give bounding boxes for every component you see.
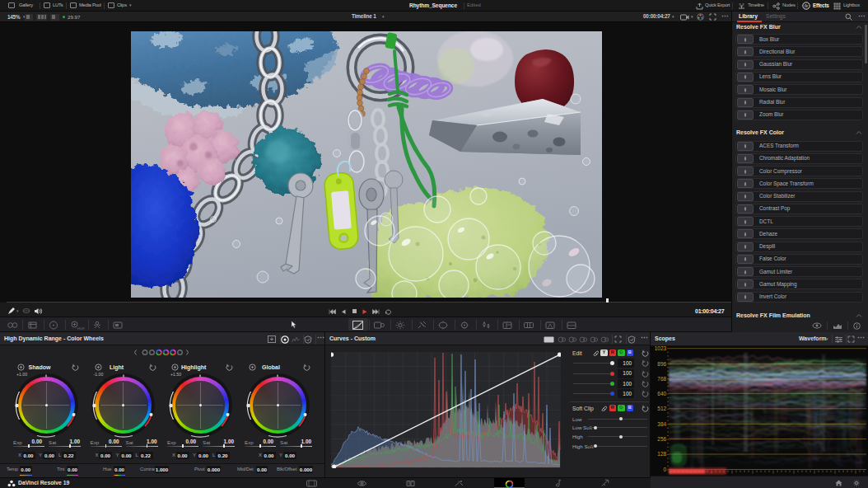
svg-text:896: 896: [657, 361, 666, 367]
svg-text:512: 512: [657, 406, 666, 411]
svg-text:1023: 1023: [655, 346, 667, 351]
svg-text:128: 128: [657, 451, 666, 457]
svg-text:HDR: HDR: [77, 326, 85, 330]
svg-text:384: 384: [657, 421, 666, 427]
svg-text:0: 0: [663, 467, 666, 472]
svg-text:768: 768: [657, 376, 666, 382]
svg-text:640: 640: [657, 391, 666, 396]
svg-text:256: 256: [657, 436, 666, 442]
svg-text:fx: fx: [805, 3, 808, 8]
